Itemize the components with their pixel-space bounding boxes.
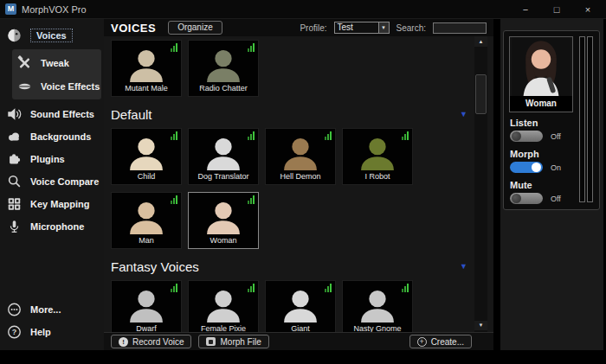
voice-tile-label: Nasty Gnome [353, 322, 401, 332]
signal-bars-icon [171, 195, 177, 204]
current-voice-photo-frame: Woman [509, 36, 573, 112]
voice-tile-label: Woman [210, 234, 237, 248]
current-voice-panel: Woman Listen Off Morph [500, 19, 603, 350]
voice-tile-label: Mutant Male [125, 82, 168, 96]
voice-group-top: Mutant Male Radio Chatter [111, 40, 469, 104]
signal-bars-icon [248, 284, 255, 292]
voice-tile[interactable]: Radio Chatter [188, 40, 259, 97]
scrollbar-thumb[interactable] [475, 74, 487, 114]
keyboard-icon [6, 196, 23, 212]
sidebar-item-voice-effects[interactable]: Voice Effects [12, 74, 101, 98]
morph-state: On [551, 163, 561, 172]
morph-file-label: Morph File [220, 337, 261, 347]
page-title: VOICES [111, 22, 156, 35]
voices-panel: VOICES Organize Profile: Test ▼ Search: [104, 19, 493, 350]
voice-tile-label: Radio Chatter [199, 82, 248, 96]
plus-circle-icon: + [417, 337, 427, 347]
puzzle-icon [6, 151, 23, 167]
morph-file-button[interactable]: Morph File [198, 335, 268, 348]
signal-bars-icon [402, 131, 409, 140]
voices-icon [6, 28, 23, 43]
voice-tile-label: I Robot [364, 170, 390, 184]
search-input[interactable] [433, 22, 487, 34]
sidebar-item-backgrounds[interactable]: Backgrounds [0, 125, 104, 148]
scroll-up-icon[interactable]: ▲ [474, 36, 487, 47]
morph-label: Morph [510, 149, 593, 159]
morph-toggle[interactable] [510, 162, 543, 173]
sidebar-item-more[interactable]: More... [0, 298, 104, 321]
section-header-fantasy: Fantasy Voices ▼ [111, 259, 469, 274]
voice-tile[interactable]: Mutant Male [111, 40, 182, 97]
app-window: M MorphVOX Pro − □ × Voices [0, 0, 606, 364]
voice-group-default: Child Dog Translator Hel [111, 128, 469, 256]
chevron-down-icon[interactable]: ▼ [378, 22, 390, 34]
voice-tile[interactable]: Dwarf [111, 280, 182, 332]
listen-toggle[interactable] [510, 131, 543, 142]
sidebar-footer: More... ? Help [0, 298, 104, 343]
record-icon: ! [119, 337, 128, 347]
mute-toggle[interactable] [510, 193, 543, 204]
speaker-icon [6, 106, 23, 122]
voice-tile-label: Child [138, 170, 156, 184]
signal-bars-icon [171, 43, 177, 52]
sidebar: Voices Tweak Voice Effects [0, 19, 104, 350]
voice-tile[interactable]: Nasty Gnome [342, 280, 413, 332]
collapse-arrow-icon[interactable]: ▼ [460, 263, 467, 271]
voice-list: Mutant Male Radio Chatter Default ▼ [104, 36, 493, 332]
sidebar-item-voices[interactable]: Voices [0, 24, 104, 47]
window-title: MorphVOX Pro [22, 4, 87, 15]
maximize-button[interactable]: □ [551, 4, 563, 15]
signal-bars-icon [248, 43, 255, 52]
voice-tile-label: Hell Demon [280, 170, 320, 184]
toggle-knob [512, 194, 521, 203]
search-label: Search: [396, 23, 426, 33]
voice-tile-label: Dwarf [136, 322, 157, 332]
voices-subpanel: Tweak Voice Effects [12, 49, 101, 99]
sidebar-item-help[interactable]: ? Help [0, 321, 104, 343]
voice-tile-label: Female Pixie [201, 322, 246, 332]
sidebar-item-microphone[interactable]: Microphone [0, 215, 104, 238]
voice-tile[interactable]: Child [111, 128, 182, 185]
close-button[interactable]: × [582, 4, 594, 15]
signal-bars-icon [325, 131, 332, 140]
profile-select[interactable]: Test [334, 22, 379, 34]
more-icon [6, 302, 23, 317]
voice-tile[interactable]: I Robot [342, 128, 413, 185]
minimize-button[interactable]: − [519, 4, 532, 15]
voice-tile-selected[interactable]: Woman [188, 192, 259, 249]
scroll-down-icon[interactable]: ▼ [474, 321, 487, 330]
mute-state: Off [551, 195, 561, 203]
scrollbar[interactable]: ▲ ▼ [474, 36, 487, 332]
toggle-knob [532, 163, 541, 172]
current-voice-name: Woman [510, 96, 572, 108]
toggle-knob [512, 131, 521, 141]
record-voice-label: Record Voice [132, 337, 184, 347]
signal-bars-icon [248, 131, 255, 140]
record-voice-button[interactable]: ! Record Voice [111, 335, 191, 348]
voice-tile[interactable]: Giant [265, 280, 336, 332]
voice-tile-label: Giant [291, 322, 310, 332]
voice-toggles: Listen Off Morph On Mu [510, 118, 593, 211]
sidebar-item-label: Microphone [30, 221, 84, 232]
sidebar-item-voice-compare[interactable]: Voice Compare [0, 170, 104, 193]
voice-tile[interactable]: Dog Translator [188, 128, 259, 185]
magnifier-icon [6, 174, 23, 189]
current-voice-box: Woman Listen Off Morph [503, 30, 600, 210]
voice-tile[interactable]: Female Pixie [188, 280, 259, 332]
signal-bars-icon [171, 284, 177, 292]
organize-button[interactable]: Organize [168, 21, 222, 35]
voice-group-fantasy: Dwarf Female Pixie Giant [111, 280, 469, 332]
sidebar-item-sound-effects[interactable]: Sound Effects [0, 103, 104, 125]
sidebar-item-plugins[interactable]: Plugins [0, 148, 104, 170]
file-icon [206, 337, 216, 346]
section-title: Fantasy Voices [111, 259, 199, 274]
voice-tile[interactable]: Hell Demon [265, 128, 336, 185]
voice-tile[interactable]: Man [111, 192, 182, 249]
sidebar-item-label: Backgrounds [30, 131, 91, 142]
create-button[interactable]: + Create... [409, 335, 472, 348]
window-bottom-edge [0, 350, 606, 364]
sidebar-item-key-mapping[interactable]: Key Mapping [0, 193, 104, 215]
collapse-arrow-icon[interactable]: ▼ [460, 111, 467, 118]
sidebar-item-tweak[interactable]: Tweak [12, 51, 101, 74]
signal-bars-icon [248, 195, 255, 204]
